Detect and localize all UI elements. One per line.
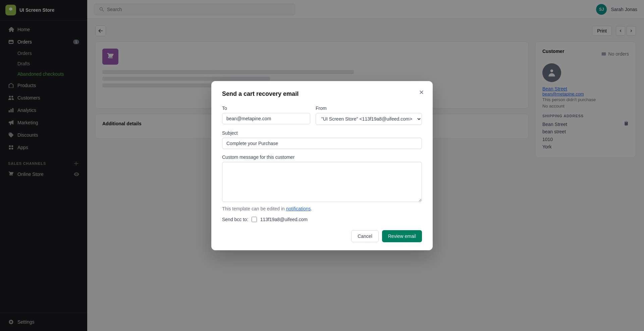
cancel-button[interactable]: Cancel: [351, 230, 379, 242]
custom-message-label: Custom message for this customer: [222, 154, 422, 160]
template-note: This template can be edited in notificat…: [222, 206, 422, 211]
subject-label: Subject: [222, 130, 422, 136]
to-input[interactable]: [222, 113, 310, 124]
notifications-link[interactable]: notifications: [286, 206, 311, 211]
bcc-label: Send bcc to:: [222, 217, 248, 222]
subject-field-group: Subject: [222, 130, 422, 149]
modal-title: Send a cart recovery email: [222, 90, 422, 97]
content-area: Print: [87, 19, 644, 331]
to-label: To: [222, 106, 310, 111]
subject-input[interactable]: [222, 138, 422, 149]
from-select[interactable]: "UI Screen Store" <113f19a8@uifeed.com>: [316, 113, 422, 125]
main-area: SJ Sarah Jonas Print: [87, 0, 644, 331]
bcc-checkbox[interactable]: [252, 217, 257, 222]
bcc-email: 113f19a8@uifeed.com: [260, 217, 308, 222]
cart-recovery-modal: Send a cart recovery email ✕ To From "UI…: [211, 81, 433, 250]
from-label: From: [316, 106, 422, 111]
to-field-group: To: [222, 106, 310, 125]
modal-actions: Cancel Review email: [222, 230, 422, 242]
custom-message-textarea[interactable]: [222, 162, 422, 202]
modal-close-button[interactable]: ✕: [417, 88, 426, 97]
from-field-group: From "UI Screen Store" <113f19a8@uifeed.…: [316, 106, 422, 125]
review-email-button[interactable]: Review email: [382, 230, 422, 242]
modal-overlay[interactable]: Send a cart recovery email ✕ To From "UI…: [87, 19, 644, 331]
bcc-row: Send bcc to: 113f19a8@uifeed.com: [222, 217, 422, 222]
custom-message-field-group: Custom message for this customer: [222, 154, 422, 202]
to-from-row: To From "UI Screen Store" <113f19a8@uife…: [222, 106, 422, 125]
